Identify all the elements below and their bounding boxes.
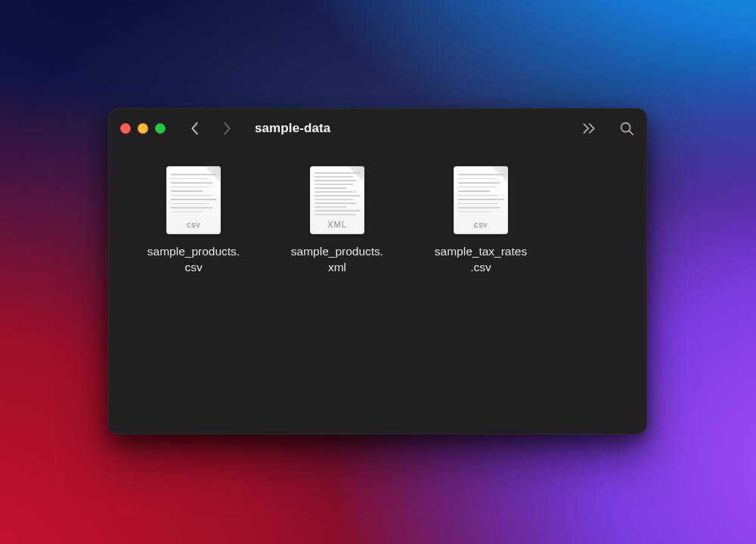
chevron-right-icon <box>222 122 231 135</box>
document-csv-icon: csv <box>166 166 221 234</box>
back-button[interactable] <box>188 122 202 135</box>
file-name-label: sample_products.csv <box>147 244 240 276</box>
finder-window: sample-data csv sample_pro <box>108 108 647 434</box>
file-name-label: sample_tax_rates.csv <box>435 244 527 276</box>
file-item[interactable]: XML sample_products.xml <box>265 164 409 276</box>
forward-button[interactable] <box>220 122 234 135</box>
svg-line-1 <box>629 131 633 134</box>
zoom-window-button[interactable] <box>155 123 166 134</box>
file-type-badge: XML <box>310 220 364 229</box>
file-item[interactable]: csv sample_tax_rates.csv <box>409 164 553 276</box>
file-icon: XML <box>303 164 371 236</box>
file-name-label: sample_products.xml <box>291 244 383 276</box>
file-type-badge: csv <box>454 220 508 229</box>
search-button[interactable] <box>618 120 635 137</box>
toolbar-overflow-button[interactable] <box>581 120 597 137</box>
toolbar: sample-data <box>108 108 647 149</box>
document-csv-icon: csv <box>454 166 508 234</box>
window-title: sample-data <box>255 121 330 136</box>
file-icon: csv <box>447 164 515 236</box>
file-type-badge: csv <box>166 220 221 229</box>
file-icon: csv <box>160 164 228 236</box>
close-window-button[interactable] <box>120 123 131 134</box>
minimize-window-button[interactable] <box>138 123 148 134</box>
double-chevron-right-icon <box>581 121 596 136</box>
file-item[interactable]: csv sample_products.csv <box>122 164 265 276</box>
document-xml-icon: XML <box>310 166 364 234</box>
search-icon <box>619 121 634 136</box>
file-grid: csv sample_products.csv XML sample_produ… <box>108 149 647 434</box>
nav-buttons <box>188 122 234 135</box>
chevron-left-icon <box>191 122 200 135</box>
window-controls <box>120 123 166 134</box>
